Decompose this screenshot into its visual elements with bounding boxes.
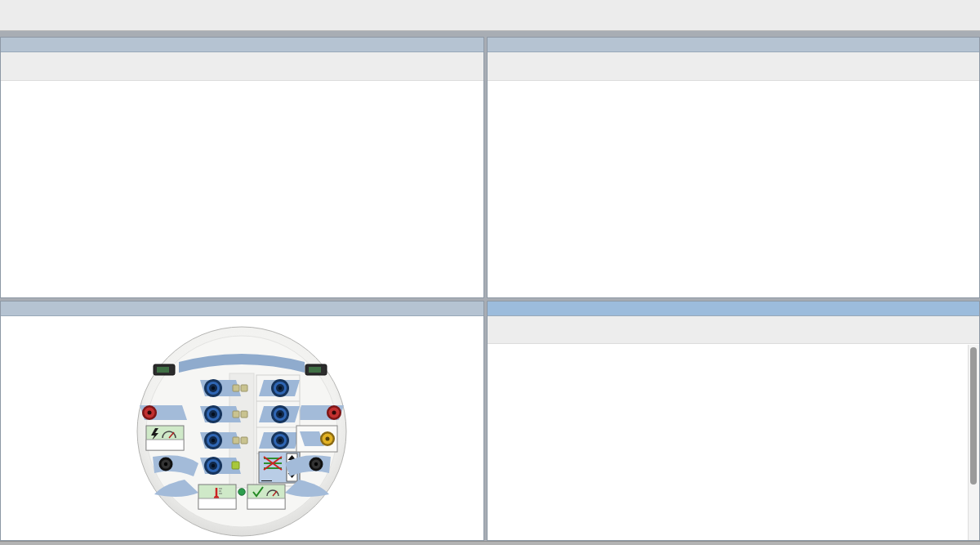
temperature-plot	[1, 81, 483, 297]
plus5v-right-jack[interactable]	[327, 405, 341, 420]
jack-row-a[interactable]	[200, 457, 241, 475]
results-toolbar	[488, 316, 979, 344]
connector-6[interactable]	[305, 364, 327, 375]
coachlab-content	[1, 316, 483, 540]
temperature-display[interactable]	[198, 485, 236, 509]
panel-settings-button[interactable]	[931, 38, 945, 51]
panel-temperature	[0, 37, 484, 298]
panel-close-button[interactable]	[962, 302, 976, 315]
results-scrollbar-thumb[interactable]	[970, 347, 977, 485]
panel-close-button[interactable]	[466, 38, 480, 51]
panel-close-button[interactable]	[962, 38, 976, 51]
ground-right-jack[interactable]	[310, 458, 323, 471]
panel-results	[487, 301, 980, 541]
panel-temperature-header[interactable]	[1, 38, 483, 52]
connector-5[interactable]	[154, 364, 175, 375]
power-led	[238, 489, 245, 495]
power-graph-toolbar	[488, 52, 979, 81]
panel-results-header[interactable]	[488, 302, 979, 316]
results-scrollbar[interactable]	[968, 345, 979, 540]
panel-coachlab-header[interactable]	[1, 302, 483, 316]
panel-maximize-button[interactable]	[947, 302, 960, 315]
output-4-jack[interactable]	[320, 431, 335, 446]
voltage-display[interactable]	[247, 485, 285, 509]
panel-close-button[interactable]	[466, 302, 480, 315]
plus5v-left-jack[interactable]	[142, 405, 157, 420]
temperature-graph-toolbar	[1, 52, 483, 81]
temperature-graph[interactable]	[1, 81, 483, 297]
main-toolbar	[0, 0, 980, 31]
panel-power-header[interactable]	[488, 38, 979, 52]
panel-settings-button[interactable]	[931, 302, 945, 315]
panel-settings-button[interactable]	[435, 38, 449, 51]
power-graph[interactable]	[488, 81, 979, 297]
panel-maximize-button[interactable]	[451, 38, 465, 51]
coachlab-device-image[interactable]	[107, 324, 376, 538]
panel-coachlab	[0, 301, 484, 541]
window-bottom-edge	[0, 541, 980, 545]
output-4-block[interactable]	[296, 426, 337, 452]
panel-maximize-button[interactable]	[947, 38, 960, 51]
ground-left-jack[interactable]	[159, 458, 173, 471]
results-editor[interactable]	[488, 344, 979, 541]
panel-power	[487, 37, 980, 298]
panel-settings-button[interactable]	[435, 302, 449, 315]
current-display[interactable]	[146, 426, 184, 450]
power-plot	[488, 81, 979, 297]
panel-maximize-button[interactable]	[451, 302, 465, 315]
